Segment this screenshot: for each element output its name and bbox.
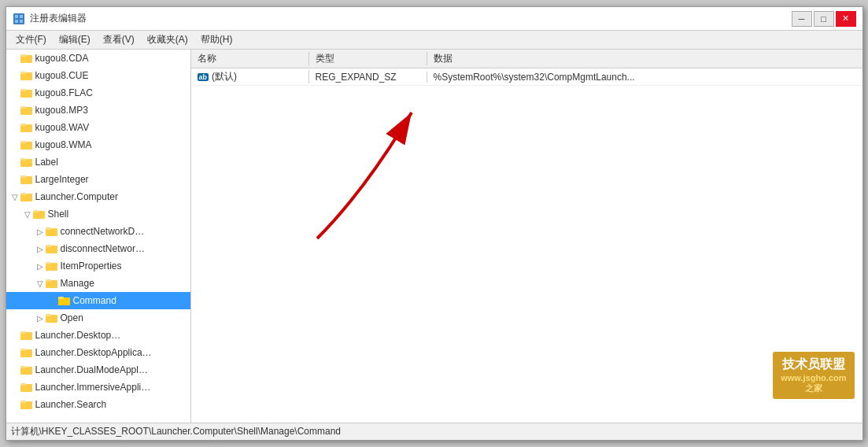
status-path: 计算机\HKEY_CLASSES_ROOT\Launcher.Computer\… (11, 425, 342, 438)
tree-item-kugou-cda[interactable]: kugou8.CDA (6, 50, 190, 67)
tree-item-disconnect-network[interactable]: disconnectNetwor… (6, 240, 190, 257)
expand-btn-disconnect-network[interactable] (35, 243, 46, 254)
tree-item-shell[interactable]: Shell (6, 205, 190, 223)
folder-icon-launcher-desktopapp (20, 347, 33, 358)
svg-rect-14 (20, 124, 26, 126)
svg-rect-18 (20, 158, 26, 161)
registry-editor-window: 注册表编辑器 ─ □ ✕ 文件(F) 编辑(E) 查看(V) 收藏夹(A) 帮助… (6, 6, 863, 441)
folder-icon-shell (33, 209, 46, 220)
expand-btn-connect-network[interactable] (35, 226, 46, 237)
col-type-header: 类型 (309, 52, 427, 65)
tree-label-kugou-mp3: kugou8.MP3 (35, 105, 88, 116)
tree-label-command: Command (73, 295, 116, 306)
svg-rect-28 (46, 245, 51, 247)
tree-item-kugou-wav[interactable]: kugou8.WAV (6, 119, 190, 136)
svg-rect-32 (46, 279, 51, 282)
folder-icon-kugou-mp3 (20, 105, 33, 116)
svg-rect-2 (20, 15, 23, 18)
svg-rect-26 (46, 227, 51, 230)
tree-item-connect-network[interactable]: connectNetworkD… (6, 223, 190, 240)
tree-item-command[interactable]: Command (6, 292, 190, 309)
tree-item-kugou-wma[interactable]: kugou8.WMA (6, 136, 190, 153)
folder-icon-manage (46, 278, 58, 289)
svg-rect-8 (20, 72, 26, 74)
menu-bar: 文件(F) 编辑(E) 查看(V) 收藏夹(A) 帮助(H) (6, 31, 862, 50)
row-data: %SystemRoot%\system32\CompMgmtLaunch... (427, 72, 862, 83)
status-bar: 计算机\HKEY_CLASSES_ROOT\Launcher.Computer\… (6, 423, 862, 440)
tree-item-item-properties[interactable]: ItemProperties (6, 257, 190, 275)
expand-btn-shell[interactable] (22, 209, 33, 220)
menu-view[interactable]: 查看(V) (97, 31, 141, 48)
svg-rect-1 (15, 15, 18, 18)
expand-btn-open[interactable] (35, 312, 46, 323)
tree-item-kugou-flac[interactable]: kugou8.FLAC (6, 84, 190, 102)
expand-btn-launcher-computer[interactable] (9, 191, 20, 202)
title-bar-left: 注册表编辑器 (13, 12, 87, 25)
svg-rect-42 (20, 366, 26, 368)
ab-icon: ab (198, 73, 209, 81)
tree-label-disconnect-network: disconnectNetwor… (61, 243, 145, 254)
tree-item-kugou-cue[interactable]: kugou8.CUE (6, 67, 190, 84)
tree-item-manage[interactable]: Manage (6, 275, 190, 292)
svg-rect-44 (20, 383, 26, 386)
tree-label-connect-network: connectNetworkD… (61, 226, 145, 237)
tree-item-launcher-computer[interactable]: Launcher.Computer (6, 188, 190, 205)
svg-rect-6 (20, 54, 26, 57)
svg-rect-20 (20, 175, 26, 178)
title-bar-buttons: ─ □ ✕ (792, 11, 856, 27)
table-header: 名称 类型 数据 (191, 50, 862, 68)
tree-label-label: Label (35, 157, 58, 168)
menu-file[interactable]: 文件(F) (9, 31, 53, 48)
tree-label-open: Open (61, 312, 83, 323)
folder-icon-command (58, 295, 71, 306)
table-row[interactable]: ab (默认) REG_EXPAND_SZ %SystemRoot%\syste… (191, 68, 862, 86)
minimize-button[interactable]: ─ (792, 11, 812, 27)
tree-item-open[interactable]: Open (6, 309, 190, 327)
tree-label-shell: Shell (48, 209, 69, 220)
folder-icon-launcher-dualmode (20, 364, 33, 375)
row-name: ab (默认) (191, 70, 309, 83)
menu-favorites[interactable]: 收藏夹(A) (141, 31, 194, 48)
registry-table: 名称 类型 数据 ab (默认) REG_EXPAND_SZ %SystemRo… (191, 50, 862, 423)
svg-rect-10 (20, 89, 26, 91)
tree-item-label[interactable]: Label (6, 153, 190, 171)
svg-rect-12 (20, 106, 26, 109)
tree-label-kugou-flac: kugou8.FLAC (35, 87, 93, 98)
expand-btn-item-properties[interactable] (35, 260, 46, 272)
tree-item-kugou-mp3[interactable]: kugou8.MP3 (6, 102, 190, 119)
svg-rect-16 (20, 141, 26, 143)
maximize-button[interactable]: □ (814, 11, 834, 27)
folder-icon-launcher-desktop (20, 330, 33, 341)
svg-rect-24 (33, 210, 39, 212)
svg-rect-46 (20, 401, 26, 403)
tree-item-launcher-desktop[interactable]: Launcher.Desktop… (6, 327, 190, 344)
svg-rect-4 (20, 20, 23, 23)
svg-rect-38 (20, 331, 26, 334)
svg-rect-34 (58, 297, 64, 299)
content-area: kugou8.CDA kugou8.CUE kugou8.FLAC kugou8… (6, 50, 862, 423)
tree-panel[interactable]: kugou8.CDA kugou8.CUE kugou8.FLAC kugou8… (6, 50, 191, 423)
row-type: REG_EXPAND_SZ (309, 72, 427, 83)
tree-item-large-integer[interactable]: LargeInteger (6, 171, 190, 188)
tree-label-launcher-desktopapp: Launcher.DesktopApplica… (35, 347, 152, 358)
menu-edit[interactable]: 编辑(E) (53, 31, 97, 48)
tree-label-kugou-wma: kugou8.WMA (35, 139, 92, 150)
folder-icon-item-properties (46, 260, 58, 272)
tree-item-launcher-desktopapp[interactable]: Launcher.DesktopApplica… (6, 344, 190, 361)
tree-item-launcher-immersive[interactable]: Launcher.ImmersiveAppli… (6, 379, 190, 396)
folder-icon-label (20, 157, 33, 168)
tree-item-launcher-dualmode[interactable]: Launcher.DualModeAppl… (6, 361, 190, 379)
close-button[interactable]: ✕ (836, 11, 856, 27)
folder-icon-kugou-cda (20, 53, 33, 64)
svg-rect-36 (46, 314, 51, 316)
tree-label-kugou-wav: kugou8.WAV (35, 122, 90, 133)
menu-help[interactable]: 帮助(H) (194, 31, 239, 48)
expand-btn-manage[interactable] (35, 278, 46, 289)
tree-item-launcher-search[interactable]: Launcher.Search (6, 396, 190, 413)
folder-icon-disconnect-network (46, 243, 58, 254)
window-title: 注册表编辑器 (30, 12, 87, 25)
app-icon (13, 13, 25, 25)
col-name-header: 名称 (191, 52, 309, 65)
folder-icon-open (46, 312, 58, 323)
row-name-text: (默认) (212, 70, 237, 83)
